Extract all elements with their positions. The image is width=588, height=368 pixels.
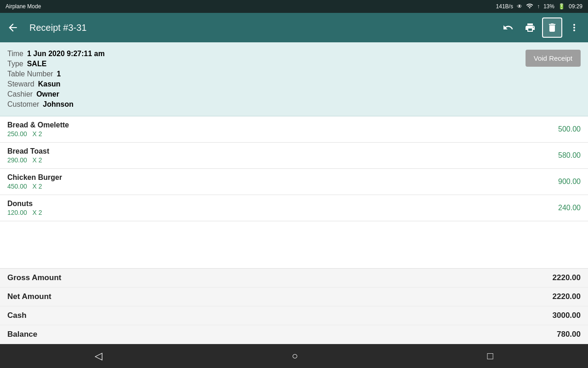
time-field: Time 1 Jun 2020 9:27:11 am xyxy=(7,50,105,58)
content-area: Time 1 Jun 2020 9:27:11 am Type SALE Tab… xyxy=(0,42,588,344)
item-price-qty-2: 450.00 X 2 xyxy=(7,183,62,190)
cashier-value: Owner xyxy=(36,90,59,98)
battery-icon: 🔋 xyxy=(558,3,565,10)
item-price-qty-3: 120.00 X 2 xyxy=(7,209,42,216)
totals-section: Gross Amount 2220.00 Net Amount 2220.00 … xyxy=(0,268,588,344)
undo-button[interactable] xyxy=(498,17,518,38)
eye-icon: 👁 xyxy=(517,3,522,10)
nav-home-icon: ○ xyxy=(292,350,298,362)
customer-label: Customer xyxy=(7,100,39,109)
time-text: 09:29 xyxy=(569,3,582,10)
item-name-2: Chicken Burger xyxy=(7,173,62,182)
status-bar-right: 141B/s 👁 ↑ 13% 🔋 09:29 xyxy=(496,2,582,11)
data-upload-icon: ↑ xyxy=(537,3,540,10)
wifi-icon xyxy=(526,2,533,11)
total-row: Gross Amount 2220.00 xyxy=(0,269,588,288)
total-label-3: Balance xyxy=(7,330,37,339)
total-value-3: 780.00 xyxy=(557,330,581,339)
status-bar: Airplane Mode 141B/s 👁 ↑ 13% 🔋 09:29 xyxy=(0,0,588,13)
nav-recents-button[interactable]: □ xyxy=(476,346,504,366)
network-speed: 141B/s xyxy=(496,3,513,10)
page-title: Receipt #3-31 xyxy=(29,23,491,33)
steward-value: Kasun xyxy=(38,80,61,88)
item-left-2: Chicken Burger 450.00 X 2 xyxy=(7,173,62,190)
item-total-2: 900.00 xyxy=(558,178,581,186)
more-options-button[interactable] xyxy=(564,17,584,38)
type-field: Type SALE xyxy=(7,60,105,68)
item-total-1: 580.00 xyxy=(558,151,581,160)
total-row: Balance 780.00 xyxy=(0,325,588,344)
nav-recents-icon: □ xyxy=(487,350,493,362)
nav-home-button[interactable]: ○ xyxy=(281,346,309,366)
item-left-0: Bread & Omelette 250.00 X 2 xyxy=(7,121,69,138)
item-left-3: Donuts 120.00 X 2 xyxy=(7,200,42,216)
total-value-0: 2220.00 xyxy=(553,273,581,282)
item-price-qty-0: 250.00 X 2 xyxy=(7,130,69,138)
item-left-1: Bread Toast 290.00 X 2 xyxy=(7,147,49,164)
nav-back-icon: ◁ xyxy=(95,350,102,362)
steward-label: Steward xyxy=(7,80,34,88)
item-name-1: Bread Toast xyxy=(7,147,49,155)
bottom-nav-bar: ◁ ○ □ xyxy=(0,344,588,368)
total-row: Cash 3000.00 xyxy=(0,306,588,325)
cashier-field: Cashier Owner xyxy=(7,90,105,98)
table-field: Table Number 1 xyxy=(7,70,105,78)
status-bar-left: Airplane Mode xyxy=(6,3,41,10)
nav-back-button[interactable]: ◁ xyxy=(84,346,113,366)
customer-value: Johnson xyxy=(43,100,74,109)
void-receipt-button[interactable]: Void Receipt xyxy=(526,50,581,67)
table-label: Table Number xyxy=(7,70,53,78)
print-button[interactable] xyxy=(520,17,540,38)
item-name-3: Donuts xyxy=(7,200,42,208)
cashier-label: Cashier xyxy=(7,90,33,98)
item-row: Donuts 120.00 X 2 240.00 xyxy=(0,195,588,221)
item-name-0: Bread & Omelette xyxy=(7,121,69,129)
total-label-2: Cash xyxy=(7,311,27,320)
app-bar-actions xyxy=(498,17,584,38)
steward-field: Steward Kasun xyxy=(7,80,105,88)
item-row: Chicken Burger 450.00 X 2 900.00 xyxy=(0,169,588,195)
table-value: 1 xyxy=(57,70,61,78)
items-section: Bread & Omelette 250.00 X 2 500.00 Bread… xyxy=(0,116,588,268)
app-bar: Receipt #3-31 xyxy=(0,13,588,42)
receipt-info-section: Time 1 Jun 2020 9:27:11 am Type SALE Tab… xyxy=(0,42,588,116)
item-row: Bread Toast 290.00 X 2 580.00 xyxy=(0,143,588,169)
total-label-0: Gross Amount xyxy=(7,273,61,282)
receipt-fields: Time 1 Jun 2020 9:27:11 am Type SALE Tab… xyxy=(7,50,105,109)
item-total-3: 240.00 xyxy=(558,204,581,212)
airplane-mode-text: Airplane Mode xyxy=(6,3,41,10)
battery-text: 13% xyxy=(543,3,554,10)
customer-field: Customer Johnson xyxy=(7,100,105,109)
item-price-qty-1: 290.00 X 2 xyxy=(7,156,49,164)
total-row: Net Amount 2220.00 xyxy=(0,288,588,306)
delete-button[interactable] xyxy=(542,17,562,38)
total-value-2: 3000.00 xyxy=(553,311,581,320)
total-label-1: Net Amount xyxy=(7,292,51,301)
time-label: Time xyxy=(7,50,23,58)
back-button[interactable] xyxy=(4,18,22,37)
type-value: SALE xyxy=(27,60,47,68)
time-value: 1 Jun 2020 9:27:11 am xyxy=(27,50,105,58)
item-row: Bread & Omelette 250.00 X 2 500.00 xyxy=(0,116,588,143)
item-total-0: 500.00 xyxy=(558,125,581,133)
type-label: Type xyxy=(7,60,23,68)
total-value-1: 2220.00 xyxy=(553,292,581,301)
